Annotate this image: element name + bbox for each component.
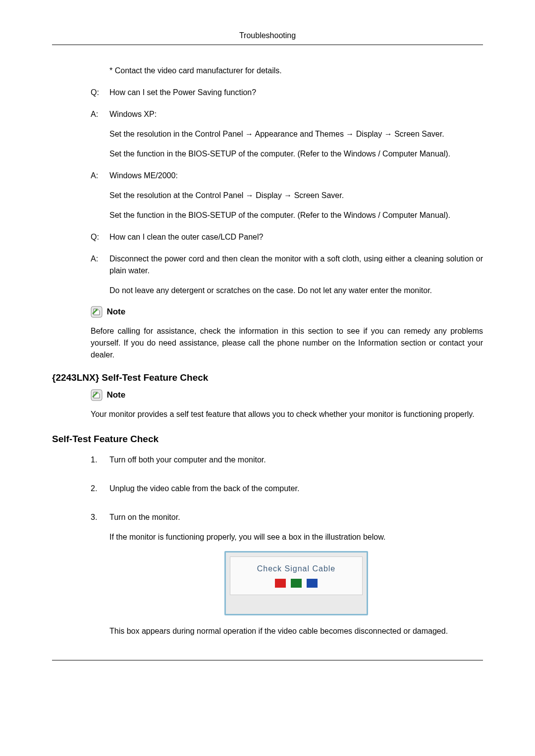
a-label: A: [91,108,109,160]
qa-answer-winxp: A: Windows XP: Set the resolution in the… [91,108,483,160]
q-text: How can I set the Power Saving function? [109,87,483,99]
step-para: Turn on the monitor. [109,511,483,523]
qa-question-power-saving: Q: How can I set the Power Saving functi… [91,87,483,99]
q-label: Q: [91,231,109,243]
document-body: * Contact the video card manufacturer fo… [52,65,483,660]
list-text: Unplug the video cable from the back of … [109,483,483,503]
answer-para: Windows ME/2000: [109,170,483,182]
a-text: Windows XP: Set the resolution in the Co… [109,108,483,160]
svg-point-3 [96,392,98,394]
a-label: A: [91,170,109,221]
answer-para: Set the function in the BIOS-SETUP of th… [109,209,483,221]
note-text: Before calling for assistance, check the… [91,325,483,361]
answer-para: Do not leave any detergent or scratches … [109,285,483,297]
list-text: Turn on the monitor. If the monitor is f… [109,511,483,645]
note-section-2: Note Your monitor provides a self test f… [52,389,483,420]
step-para: Turn off both your computer and the moni… [109,454,483,466]
note-label: Note [107,390,125,400]
step-para: Unplug the video cable from the back of … [109,483,483,495]
color-indicator-row [230,579,362,588]
answer-para: Set the function in the BIOS-SETUP of th… [109,148,483,160]
monitor-screen: Check Signal Cable [230,556,363,595]
note-header: Note [91,389,483,402]
note-label: Note [107,307,125,316]
check-signal-text: Check Signal Cable [230,563,362,575]
blue-indicator [307,579,318,588]
svg-point-1 [96,309,98,311]
answer-para: Windows XP: [109,108,483,120]
qa-answer-clean: A: Disconnect the power cord and then cl… [91,253,483,297]
step-para: If the monitor is functioning properly, … [109,531,483,543]
list-number: 2. [91,483,109,503]
list-number: 3. [91,511,109,645]
qa-question-clean: Q: How can I clean the outer case/LCD Pa… [91,231,483,243]
answer-para: Disconnect the power cord and then clean… [109,253,483,277]
list-item: 1. Turn off both your computer and the m… [91,454,483,474]
note-header: Note [91,305,483,318]
step-para: This box appears during normal operation… [109,625,483,637]
content-area: * Contact the video card manufacturer fo… [52,65,483,297]
red-indicator [275,579,286,588]
contact-note: * Contact the video card manufacturer fo… [91,65,483,77]
green-indicator [291,579,302,588]
list-item: 3. Turn on the monitor. If the monitor i… [91,511,483,645]
q-label: Q: [91,87,109,99]
monitor-illustration: Check Signal Cable [224,551,368,615]
q-text: How can I clean the outer case/LCD Panel… [109,231,483,243]
answer-para: Set the resolution at the Control Panel … [109,190,483,202]
list-item: 2. Unplug the video cable from the back … [91,483,483,503]
section-heading-self-test-model: {2243LNX} Self-Test Feature Check [52,371,483,385]
a-text: Windows ME/2000: Set the resolution at t… [109,170,483,221]
note-section-1: Note Before calling for assistance, chec… [52,305,483,361]
note-icon [91,306,103,318]
a-text: Disconnect the power cord and then clean… [109,253,483,297]
section-heading-self-test: Self-Test Feature Check [52,432,483,447]
page-header-title: Troubleshooting [52,30,483,45]
list-number: 1. [91,454,109,474]
a-label: A: [91,253,109,297]
note-icon [91,389,103,401]
footer-divider [52,660,483,660]
note-text: Your monitor provides a self test featur… [91,408,483,420]
answer-para: Set the resolution in the Control Panel … [109,128,483,140]
qa-answer-winme: A: Windows ME/2000: Set the resolution a… [91,170,483,221]
list-text: Turn off both your computer and the moni… [109,454,483,474]
steps-list: 1. Turn off both your computer and the m… [52,454,483,645]
